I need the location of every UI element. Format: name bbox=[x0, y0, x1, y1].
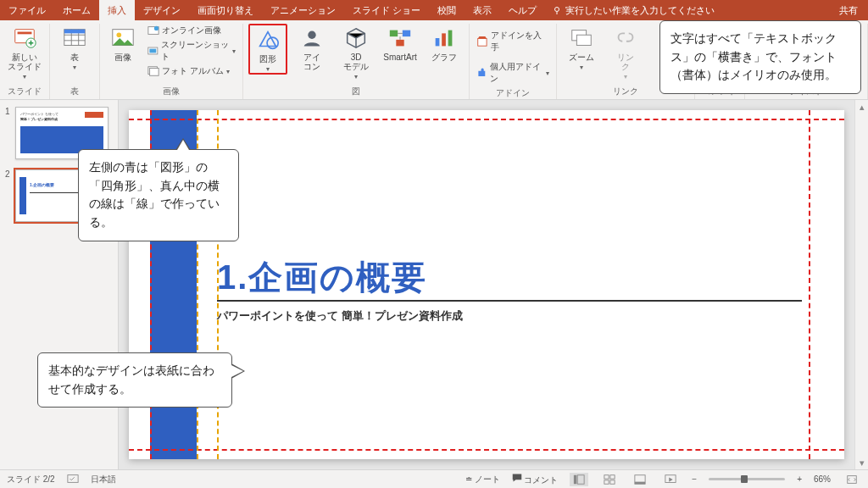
zoom-in-button[interactable]: + bbox=[797, 474, 802, 484]
group-label-table: 表 bbox=[70, 84, 79, 97]
screenshot-label: スクリーンショット bbox=[161, 39, 230, 63]
group-image: 画像 オンライン画像 スクリーンショット▾ フォト アルバム▾ 画像 bbox=[100, 24, 243, 99]
share-button[interactable]: 共有 bbox=[834, 0, 863, 20]
album-label: フォト アルバム bbox=[162, 65, 224, 77]
svg-rect-41 bbox=[848, 475, 857, 483]
group-label-slide: スライド bbox=[8, 84, 42, 97]
group-addins: アドインを入手 個人用アドイン▾ アドイン bbox=[470, 24, 557, 99]
chevron-down-icon: ▾ bbox=[73, 64, 76, 71]
my-addins-button[interactable]: 個人用アドイン▾ bbox=[475, 60, 551, 86]
tab-animations[interactable]: アニメーション bbox=[262, 0, 344, 20]
shapes-label: 図形 bbox=[259, 54, 276, 64]
get-addins-button[interactable]: アドインを入手 bbox=[475, 29, 551, 54]
my-addins-label: 個人用アドイン bbox=[490, 61, 543, 85]
thumb1-line2: 簡単！プレゼン資料作成 bbox=[20, 118, 58, 122]
chart-button[interactable]: グラフ bbox=[425, 24, 464, 62]
shapes-icon bbox=[255, 27, 281, 53]
status-language[interactable]: 日本語 bbox=[91, 474, 116, 485]
svg-rect-32 bbox=[574, 474, 577, 484]
thumb2-title: 1.企画の概要 bbox=[30, 182, 54, 187]
callout-shapes-text: 左側の青は「図形」の「四角形」、真ん中の横の線は「線」で作っている。 bbox=[89, 160, 220, 229]
svg-rect-11 bbox=[149, 49, 156, 53]
link-label: リン ク bbox=[617, 53, 634, 71]
notes-button[interactable]: ≐ ノート bbox=[465, 474, 500, 485]
3d-models-button[interactable]: 3D モデル ▾ bbox=[337, 24, 376, 80]
tab-home[interactable]: ホーム bbox=[54, 0, 99, 20]
view-sorter-button[interactable] bbox=[600, 473, 619, 486]
svg-rect-18 bbox=[396, 40, 403, 47]
svg-rect-33 bbox=[578, 474, 585, 484]
zoom-slider[interactable] bbox=[709, 478, 785, 480]
tab-transitions[interactable]: 画面切り替え bbox=[189, 0, 262, 20]
link-icon bbox=[613, 25, 638, 51]
puzzle-icon bbox=[476, 67, 487, 79]
3d-label: 3D モデル bbox=[343, 53, 369, 71]
cube-icon bbox=[343, 25, 369, 51]
zoom-value[interactable]: 66% bbox=[814, 474, 831, 484]
tab-slideshow[interactable]: スライド ショー bbox=[344, 0, 429, 20]
table-label: 表 bbox=[70, 53, 79, 62]
group-label-link: リンク bbox=[613, 84, 638, 97]
fit-to-window-button[interactable] bbox=[843, 473, 861, 486]
tab-file[interactable]: ファイル bbox=[0, 0, 54, 20]
svg-rect-24 bbox=[576, 35, 591, 45]
view-normal-button[interactable] bbox=[570, 473, 588, 486]
view-slideshow-button[interactable] bbox=[661, 473, 680, 486]
smartart-label: SmartArt bbox=[383, 53, 416, 62]
picture-icon bbox=[110, 25, 136, 51]
spellcheck-icon[interactable] bbox=[67, 473, 79, 486]
chevron-down-icon: ▾ bbox=[266, 65, 270, 73]
svg-rect-17 bbox=[403, 30, 410, 37]
vertical-scrollbar[interactable]: ▴ ▾ bbox=[854, 100, 868, 469]
slide-title[interactable]: 1.企画の概要 bbox=[217, 254, 427, 301]
slide-divider-line[interactable] bbox=[217, 300, 802, 302]
svg-rect-20 bbox=[442, 33, 446, 46]
tab-design[interactable]: デザイン bbox=[135, 0, 189, 20]
svg-rect-21 bbox=[448, 30, 453, 47]
shapes-button[interactable]: 図形 ▾ bbox=[248, 24, 287, 75]
table-button[interactable]: 表 ▾ bbox=[55, 24, 94, 71]
online-pictures-button[interactable]: オンライン画像 bbox=[146, 24, 237, 37]
zoom-out-button[interactable]: − bbox=[692, 474, 697, 484]
online-pictures-label: オンライン画像 bbox=[162, 25, 221, 36]
zoom-slider-thumb[interactable] bbox=[741, 475, 748, 483]
group-label-image: 画像 bbox=[163, 84, 180, 97]
svg-rect-16 bbox=[390, 30, 398, 37]
zoom-slide-icon bbox=[569, 25, 594, 51]
lightbulb-icon bbox=[552, 5, 562, 15]
screenshot-button[interactable]: スクリーンショット▾ bbox=[146, 38, 237, 64]
svg-point-7 bbox=[117, 32, 122, 37]
thumb-blue-bar bbox=[19, 177, 26, 214]
view-reading-button[interactable] bbox=[631, 473, 649, 486]
chart-icon bbox=[431, 25, 457, 51]
tab-view[interactable]: 表示 bbox=[465, 0, 500, 20]
tab-help[interactable]: ヘルプ bbox=[500, 0, 545, 20]
album-icon bbox=[147, 65, 159, 77]
store-icon bbox=[476, 36, 488, 47]
group-label-addin: アドイン bbox=[496, 86, 530, 99]
comments-label: コメント bbox=[524, 475, 558, 485]
picture-button[interactable]: 画像 bbox=[105, 24, 141, 62]
svg-rect-35 bbox=[610, 474, 615, 478]
svg-rect-5 bbox=[64, 30, 85, 34]
smartart-button[interactable]: SmartArt bbox=[381, 24, 420, 62]
tell-me-search[interactable]: 実行したい作業を入力してください bbox=[552, 0, 715, 20]
slide-subtitle[interactable]: パワーポイントを使って 簡単！プレゼン資料作成 bbox=[217, 308, 463, 324]
chevron-down-icon: ▾ bbox=[23, 73, 26, 80]
photo-album-button[interactable]: フォト アルバム▾ bbox=[146, 64, 237, 78]
icons-button[interactable]: アイ コン bbox=[292, 24, 331, 71]
tab-insert[interactable]: 挿入 bbox=[99, 0, 135, 20]
zoom-button[interactable]: ズーム ▾ bbox=[562, 24, 601, 71]
link-button[interactable]: リン ク ▾ bbox=[606, 24, 645, 80]
scroll-down-icon[interactable]: ▾ bbox=[855, 456, 868, 469]
online-picture-icon bbox=[147, 25, 159, 36]
thumb-logo bbox=[85, 112, 103, 118]
tab-review[interactable]: 校閲 bbox=[429, 0, 465, 20]
chart-label: グラフ bbox=[431, 53, 457, 62]
scroll-up-icon[interactable]: ▴ bbox=[855, 100, 868, 114]
new-slide-button[interactable]: 新しい スライド ▾ bbox=[5, 24, 44, 80]
icons-label: アイ コン bbox=[303, 53, 320, 71]
comments-button[interactable]: コメント bbox=[512, 473, 559, 486]
thumb-number: 1 bbox=[5, 107, 12, 159]
callout-textbox-text: 文字はすべて「テキストボックス」の「横書き」で、フォント（書体）はメイリオのみ使… bbox=[670, 31, 837, 81]
